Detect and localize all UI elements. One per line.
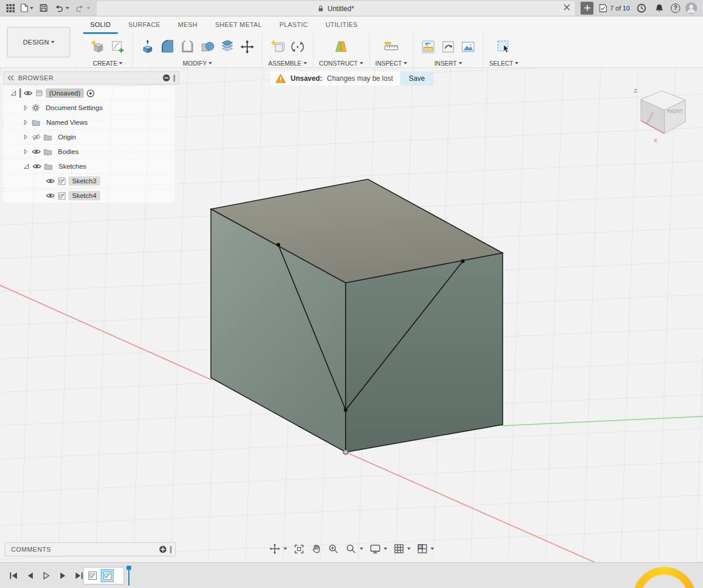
tree-row-document-settings[interactable]: Document Settings (4, 101, 175, 115)
notification-bell-icon[interactable] (653, 1, 666, 15)
viewcube-z-label: Z (634, 88, 637, 94)
collapse-panel-icon[interactable] (8, 75, 15, 81)
close-document-icon[interactable] (564, 4, 570, 11)
joint-icon[interactable] (289, 37, 306, 57)
unsaved-warning-bar: Unsaved: Changes may be lost Save (271, 71, 434, 86)
construct-plane-icon[interactable] (332, 37, 350, 57)
insert-canvas-icon[interactable] (459, 37, 477, 57)
clock-icon[interactable] (635, 1, 648, 15)
visibility-eye-icon[interactable] (32, 162, 42, 171)
panel-resize-grip[interactable] (173, 74, 175, 82)
redo-icon[interactable] (73, 1, 92, 15)
timeline-go-to-start-button[interactable] (7, 569, 20, 582)
collapsed-arrow-icon[interactable] (22, 134, 29, 141)
root-document-label[interactable]: (Unsaved) (46, 88, 84, 98)
minimize-panel-icon[interactable] (162, 74, 170, 82)
assemble-dropdown[interactable]: ASSEMBLE (268, 59, 307, 68)
timeline-step-forward-button[interactable] (56, 569, 69, 582)
sketch-point[interactable] (277, 243, 280, 247)
collapsed-arrow-icon[interactable] (22, 148, 29, 155)
dropdown-caret-icon (404, 62, 407, 64)
grid-snap-settings[interactable] (392, 542, 412, 555)
tab-surface[interactable]: SURFACE (121, 16, 168, 34)
timeline-position-marker[interactable] (127, 566, 131, 586)
create-sketch-icon[interactable] (109, 37, 127, 57)
fit-tool[interactable] (292, 542, 306, 556)
insert-svg-icon[interactable]: SVG (419, 37, 437, 57)
model-right-face[interactable] (346, 253, 503, 452)
expanded-arrow-icon[interactable] (9, 90, 17, 97)
comments-bar[interactable]: COMMENTS (5, 542, 176, 556)
panel-resize-grip[interactable] (170, 546, 172, 553)
sketch-point[interactable] (461, 259, 465, 263)
new-document-button[interactable] (581, 2, 593, 15)
timeline-play-button[interactable] (40, 569, 53, 582)
tab-plastic[interactable]: PLASTIC (272, 16, 315, 34)
visibility-eye-icon[interactable] (46, 176, 55, 186)
new-component-icon[interactable] (269, 37, 286, 57)
browser-header[interactable]: BROWSER (4, 71, 179, 84)
app-grid-icon[interactable] (5, 1, 16, 15)
workspace-selector[interactable]: DESIGN (7, 27, 70, 57)
shell-icon[interactable] (179, 37, 196, 57)
tree-row-sketch4[interactable]: Sketch4 (4, 189, 175, 203)
select-dropdown[interactable]: SELECT (489, 59, 518, 68)
combine-icon[interactable] (199, 37, 216, 57)
tree-row-origin[interactable]: Origin (4, 130, 175, 144)
collapsed-arrow-icon[interactable] (22, 119, 29, 126)
select-icon[interactable] (495, 37, 513, 57)
help-icon[interactable]: ? (671, 4, 680, 13)
save-button[interactable]: Save (400, 71, 434, 86)
viewports-settings[interactable] (415, 542, 436, 555)
collapsed-arrow-icon[interactable] (22, 104, 29, 111)
press-pull-icon[interactable] (139, 37, 156, 57)
expanded-arrow-icon[interactable] (22, 163, 30, 170)
display-settings[interactable] (368, 543, 389, 555)
dropdown-caret-icon (303, 62, 307, 64)
pan-tool[interactable] (309, 542, 323, 555)
file-menu-icon[interactable] (19, 1, 35, 15)
orbit-tool[interactable] (267, 542, 289, 556)
origin-point[interactable] (343, 450, 348, 454)
model-viewport[interactable]: BROWSER (Unsaved) (0, 68, 703, 562)
create-form-icon[interactable] (89, 37, 107, 57)
fillet-icon[interactable] (159, 37, 176, 57)
tab-sheet-metal[interactable]: SHEET METAL (208, 16, 269, 34)
tree-row-sketch3[interactable]: Sketch3 (4, 174, 175, 188)
visibility-off-eye-icon[interactable] (32, 132, 41, 142)
sketch-point[interactable] (344, 408, 347, 412)
insert-derive-icon[interactable] (439, 37, 457, 57)
timeline-step-back-button[interactable] (23, 569, 36, 582)
insert-dropdown[interactable]: INSERT (434, 59, 462, 68)
tab-mesh[interactable]: MESH (171, 16, 204, 34)
document-tab[interactable]: Untitled* (97, 1, 575, 16)
create-dropdown[interactable]: CREATE (93, 59, 123, 68)
tab-solid[interactable]: SOLID (83, 16, 118, 34)
visibility-eye-icon[interactable] (23, 88, 33, 98)
timeline-feature-sketch3[interactable] (86, 569, 99, 582)
tree-row-sketches[interactable]: Sketches (4, 159, 175, 173)
timeline-feature-sketch4[interactable] (101, 569, 114, 582)
construct-dropdown[interactable]: CONSTRUCT (319, 59, 363, 68)
modify-dropdown[interactable]: MODIFY (183, 59, 212, 68)
viewcube[interactable]: Z RIGHT FRONT X (630, 82, 696, 148)
look-at-tool[interactable] (326, 542, 341, 556)
measure-icon[interactable] (383, 37, 400, 57)
visibility-eye-icon[interactable] (32, 147, 41, 156)
offset-face-icon[interactable] (219, 37, 236, 57)
tab-utilities[interactable]: UTILITIES (319, 16, 365, 34)
user-avatar[interactable] (685, 2, 697, 14)
add-comment-icon[interactable] (159, 545, 167, 553)
activate-radio-icon[interactable] (86, 89, 95, 98)
tree-row-bodies[interactable]: Bodies (4, 145, 175, 159)
tree-row-named-views[interactable]: Named Views (4, 115, 175, 129)
zoom-tool[interactable] (344, 542, 365, 556)
visibility-eye-icon[interactable] (46, 191, 55, 200)
undo-icon[interactable] (52, 1, 71, 15)
move-copy-icon[interactable] (238, 37, 256, 57)
warning-message: Changes may be lost (327, 74, 393, 83)
job-status[interactable]: 7 of 10 (599, 4, 630, 12)
save-icon[interactable] (37, 1, 50, 15)
inspect-dropdown[interactable]: INSPECT (376, 59, 408, 68)
tree-row-root[interactable]: (Unsaved) (4, 86, 175, 100)
